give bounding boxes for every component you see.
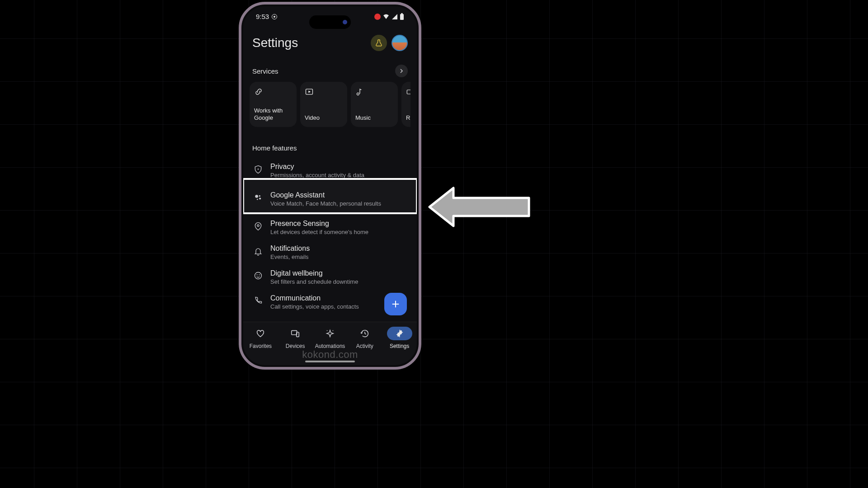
nav-devices[interactable]: Devices bbox=[279, 327, 311, 365]
music-note-icon bbox=[355, 87, 393, 96]
nav-label: Favorites bbox=[250, 343, 272, 349]
chevron-right-icon bbox=[395, 65, 408, 77]
svg-point-10 bbox=[255, 272, 262, 279]
feature-subtitle: Voice Match, Face Match, personal result… bbox=[270, 200, 381, 207]
status-time: 9:53 bbox=[256, 13, 269, 20]
feature-row-presence-sensing[interactable]: Presence Sensing Let devices detect if s… bbox=[250, 215, 410, 240]
link-icon bbox=[254, 87, 292, 96]
svg-rect-0 bbox=[400, 14, 404, 20]
nav-label: Devices bbox=[286, 343, 305, 349]
nav-label: Settings bbox=[390, 343, 409, 349]
nav-settings[interactable]: Settings bbox=[383, 327, 416, 365]
history-icon bbox=[360, 328, 370, 338]
svg-point-16 bbox=[327, 330, 328, 331]
bell-icon bbox=[252, 244, 264, 256]
service-card-more[interactable]: R bbox=[401, 82, 410, 127]
service-card-label: Works with Google bbox=[254, 107, 292, 122]
feature-subtitle: Permissions, account activity & data bbox=[270, 172, 364, 178]
phone-screen: 9:53 Settings bbox=[243, 6, 417, 365]
devices-icon bbox=[290, 328, 300, 338]
record-indicator-icon bbox=[272, 14, 277, 19]
add-fab-button[interactable] bbox=[384, 293, 407, 315]
feature-subtitle: Set filters and schedule downtime bbox=[270, 278, 358, 285]
sparkle-icon bbox=[325, 328, 335, 338]
home-indicator[interactable] bbox=[305, 361, 355, 362]
feature-row-digital-wellbeing[interactable]: Digital wellbeing Set filters and schedu… bbox=[250, 265, 410, 290]
nav-activity[interactable]: Activity bbox=[349, 327, 381, 365]
service-card-label: Music bbox=[355, 114, 393, 122]
service-card-label: R bbox=[406, 114, 410, 122]
phone-icon bbox=[252, 294, 264, 305]
svg-point-11 bbox=[257, 274, 258, 275]
wellbeing-icon bbox=[252, 269, 264, 280]
feature-title: Communication bbox=[270, 294, 359, 302]
assistant-dots-icon bbox=[252, 191, 264, 202]
feature-subtitle: Events, emails bbox=[270, 253, 310, 260]
settings-content: Settings Services bbox=[243, 24, 417, 314]
plus-icon bbox=[391, 299, 401, 309]
feature-title: Privacy bbox=[270, 163, 364, 171]
gear-icon bbox=[395, 328, 405, 338]
feature-row-notifications[interactable]: Notifications Events, emails bbox=[250, 240, 410, 265]
svg-point-6 bbox=[259, 195, 260, 197]
svg-point-15 bbox=[332, 330, 333, 331]
feature-title: Presence Sensing bbox=[270, 220, 368, 228]
service-card-label: Video bbox=[305, 114, 343, 122]
svg-point-12 bbox=[259, 274, 260, 275]
svg-point-5 bbox=[255, 195, 258, 198]
feature-row-google-assistant[interactable]: Google Assistant Voice Match, Face Match… bbox=[250, 183, 410, 215]
svg-point-7 bbox=[259, 197, 261, 199]
cellular-signal-icon bbox=[392, 14, 398, 20]
background-grid bbox=[0, 0, 868, 488]
services-section-header[interactable]: Services bbox=[250, 56, 410, 82]
svg-point-9 bbox=[257, 225, 259, 226]
page-header: Settings bbox=[250, 24, 410, 56]
nav-label: Activity bbox=[356, 343, 373, 349]
battery-icon bbox=[400, 13, 404, 20]
experiments-button[interactable] bbox=[371, 35, 387, 51]
services-label: Services bbox=[252, 67, 278, 75]
svg-rect-1 bbox=[401, 13, 403, 14]
heart-icon bbox=[255, 328, 265, 338]
shield-icon bbox=[252, 163, 264, 174]
feature-subtitle: Call settings, voice apps, contacts bbox=[270, 303, 359, 310]
service-card-video[interactable]: Video bbox=[300, 82, 347, 127]
feature-title: Google Assistant bbox=[270, 191, 381, 199]
phone-frame: 9:53 Settings bbox=[239, 2, 421, 370]
bottom-nav: Favorites Devices Automations Activity S… bbox=[243, 322, 417, 365]
svg-rect-13 bbox=[292, 331, 297, 335]
svg-point-8 bbox=[257, 199, 258, 200]
account-avatar[interactable] bbox=[392, 35, 408, 51]
svg-rect-3 bbox=[407, 90, 410, 94]
nav-favorites[interactable]: Favorites bbox=[244, 327, 277, 365]
svg-point-4 bbox=[258, 169, 259, 170]
feature-row-privacy[interactable]: Privacy Permissions, account activity & … bbox=[250, 158, 410, 183]
wifi-icon bbox=[382, 14, 390, 20]
radio-icon bbox=[406, 87, 410, 96]
service-card-music[interactable]: Music bbox=[351, 82, 398, 127]
feature-title: Digital wellbeing bbox=[270, 269, 358, 277]
location-pin-icon bbox=[252, 220, 264, 231]
feature-subtitle: Let devices detect if someone's home bbox=[270, 229, 368, 235]
video-play-icon bbox=[305, 87, 343, 96]
feature-title: Notifications bbox=[270, 244, 310, 253]
nav-automations[interactable]: Automations bbox=[314, 327, 346, 365]
services-carousel[interactable]: Works with Google Video Music bbox=[250, 82, 410, 131]
service-card-works-with-google[interactable]: Works with Google bbox=[250, 82, 297, 127]
page-title: Settings bbox=[252, 36, 298, 50]
recording-badge-icon bbox=[374, 14, 381, 20]
home-features-label: Home features bbox=[250, 131, 410, 158]
beaker-icon bbox=[375, 39, 383, 47]
nav-label: Automations bbox=[315, 343, 345, 349]
